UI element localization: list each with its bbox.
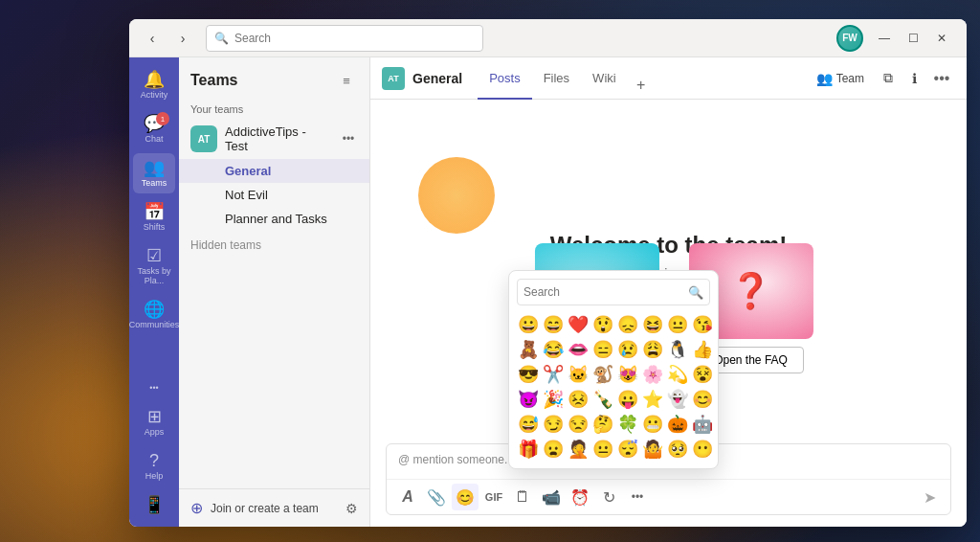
emoji-cell[interactable]: 😲 [591, 313, 614, 336]
emoji-cell[interactable]: 😬 [641, 413, 664, 436]
tab-files[interactable]: Files [532, 58, 581, 100]
channel-item-planner[interactable]: Planner and Tasks [179, 207, 369, 231]
emoji-cell[interactable]: 🤔 [591, 413, 614, 436]
emoji-cell[interactable]: 😵 [691, 363, 714, 386]
emoji-cell[interactable]: 😞 [616, 313, 639, 336]
emoji-cell[interactable]: 👻 [666, 388, 689, 411]
emoji-cell[interactable]: 😀 [517, 313, 540, 336]
format-button[interactable]: A [394, 484, 421, 510]
schedule-button[interactable]: ⏰ [567, 484, 593, 510]
emoji-cell[interactable]: 😒 [567, 413, 590, 436]
emoji-cell[interactable]: 😩 [641, 338, 664, 361]
emoji-cell[interactable]: 🐱 [567, 363, 590, 386]
emoji-cell[interactable]: 🎃 [666, 413, 689, 436]
sidebar-item-help[interactable]: ? Help [133, 446, 175, 486]
emoji-cell[interactable]: ❤️ [567, 313, 590, 336]
info-button[interactable]: ℹ [904, 67, 924, 90]
emoji-cell[interactable]: ✂️ [542, 363, 565, 386]
avatar[interactable]: FW [836, 25, 863, 52]
emoji-cell[interactable]: 😄 [542, 313, 565, 336]
meet-button[interactable]: 📹 [538, 484, 565, 510]
channel-item-general[interactable]: General [179, 159, 369, 183]
emoji-cell[interactable]: 😎 [517, 363, 540, 386]
send-button[interactable]: ➤ [916, 484, 943, 510]
emoji-cell[interactable]: 😣 [567, 388, 590, 411]
emoji-cell[interactable]: 🐒 [591, 363, 614, 386]
team-more-button[interactable]: ••• [339, 129, 358, 148]
settings-icon[interactable]: ⚙ [345, 501, 358, 516]
tab-wiki[interactable]: Wiki [581, 58, 628, 100]
emoji-cell[interactable]: 🍾 [591, 388, 614, 411]
emoji-cell[interactable]: 😅 [517, 413, 540, 436]
search-input[interactable] [234, 32, 475, 45]
gif-button[interactable]: GIF [480, 484, 507, 510]
emoji-cell[interactable]: 🌸 [641, 363, 664, 386]
emoji-cell[interactable]: 🎁 [517, 438, 540, 461]
emoji-cell[interactable]: 😢 [616, 338, 639, 361]
emoji-cell[interactable]: 😂 [542, 338, 565, 361]
more-toolbar-button[interactable]: ••• [624, 484, 651, 510]
emoji-cell[interactable]: 😛 [616, 388, 639, 411]
nav-forward-button[interactable]: › [171, 27, 194, 50]
emoji-cell[interactable]: ⭐ [641, 388, 664, 411]
channel-tabs: Posts Files Wiki + [478, 57, 655, 99]
join-create-team-button[interactable]: ⊕ Join or create a team ⚙ [179, 488, 369, 527]
emoji-cell[interactable]: 😴 [616, 438, 639, 461]
emoji-cell[interactable]: 😈 [517, 388, 540, 411]
emoji-cell[interactable]: 👍 [691, 338, 714, 361]
emoji-cell[interactable]: 🐧 [666, 338, 689, 361]
emoji-cell[interactable]: 🥺 [666, 438, 689, 461]
sticker-button[interactable]: 🗒 [509, 484, 536, 510]
close-button[interactable]: ✕ [928, 25, 955, 52]
team-item-addictive[interactable]: AT AddictiveTips - Test ••• [179, 119, 369, 159]
sidebar-item-more[interactable]: ••• [133, 377, 175, 398]
emoji-cell[interactable]: 😊 [691, 388, 714, 411]
emoji-cell[interactable]: 😻 [616, 363, 639, 386]
channel-item-notevil[interactable]: Not Evil [179, 183, 369, 207]
emoji-cell[interactable]: 🍀 [616, 413, 639, 436]
channel-name: General [412, 71, 462, 86]
emoji-cell[interactable]: 😦 [542, 438, 565, 461]
emoji-cell[interactable]: 😆 [641, 313, 664, 336]
emoji-cell[interactable]: 😏 [542, 413, 565, 436]
maximize-button[interactable]: ☐ [900, 25, 926, 52]
tab-posts[interactable]: Posts [478, 58, 532, 100]
title-bar-search[interactable]: 🔍 [206, 25, 483, 52]
emoji-cell[interactable]: 😶 [691, 438, 714, 461]
info-icon: ℹ [912, 71, 917, 86]
emoji-cell[interactable]: 💫 [666, 363, 689, 386]
sidebar-item-label: Tasks by Pla... [133, 266, 175, 285]
team-action-button[interactable]: 👥 Team [809, 67, 872, 90]
emoji-button[interactable]: 😊 [452, 484, 479, 510]
sidebar-item-apps[interactable]: ⊞ Apps [133, 402, 175, 442]
emoji-cell[interactable]: 😘 [691, 313, 714, 336]
hidden-teams-label[interactable]: Hidden teams [179, 231, 369, 256]
message-placeholder: @ mention someone. [398, 453, 507, 466]
emoji-cell[interactable]: 😑 [591, 338, 614, 361]
emoji-search-input[interactable] [523, 285, 684, 299]
emoji-cell[interactable]: 😐 [666, 313, 689, 336]
add-tab-button[interactable]: + [628, 72, 655, 99]
loop-button[interactable]: ↻ [595, 484, 622, 510]
attach-button[interactable]: 📎 [423, 484, 450, 510]
minimize-button[interactable]: — [871, 25, 898, 52]
emoji-cell[interactable]: 🧸 [517, 338, 540, 361]
emoji-cell[interactable]: 🤖 [691, 413, 714, 436]
sidebar-item-activity[interactable]: 🔔 Activity [133, 65, 175, 105]
emoji-cell[interactable]: 😐 [591, 438, 614, 461]
sidebar-item-chat[interactable]: 💬 1 Chat [133, 109, 175, 149]
emoji-cell[interactable]: 🤦 [567, 438, 590, 461]
sidebar-item-teams[interactable]: 👥 Teams [133, 153, 175, 193]
nav-back-button[interactable]: ‹ [141, 27, 164, 50]
channel-more-button[interactable]: ••• [928, 65, 955, 92]
emoji-cell[interactable]: 👄 [567, 338, 590, 361]
sidebar-item-shifts[interactable]: 📅 Shifts [133, 197, 175, 237]
emoji-cell[interactable]: 🤷 [641, 438, 664, 461]
sidebar-item-tasks[interactable]: ☑ Tasks by Pla... [133, 241, 175, 291]
filter-button[interactable]: ≡ [335, 69, 358, 92]
shifts-icon: 📅 [144, 203, 165, 220]
screenshare-button[interactable]: ⧉ [876, 66, 901, 90]
sidebar-item-communities[interactable]: 🌐 Communities [133, 295, 175, 335]
emoji-cell[interactable]: 🎉 [542, 388, 565, 411]
sidebar-item-device[interactable]: 📱 [133, 490, 175, 519]
